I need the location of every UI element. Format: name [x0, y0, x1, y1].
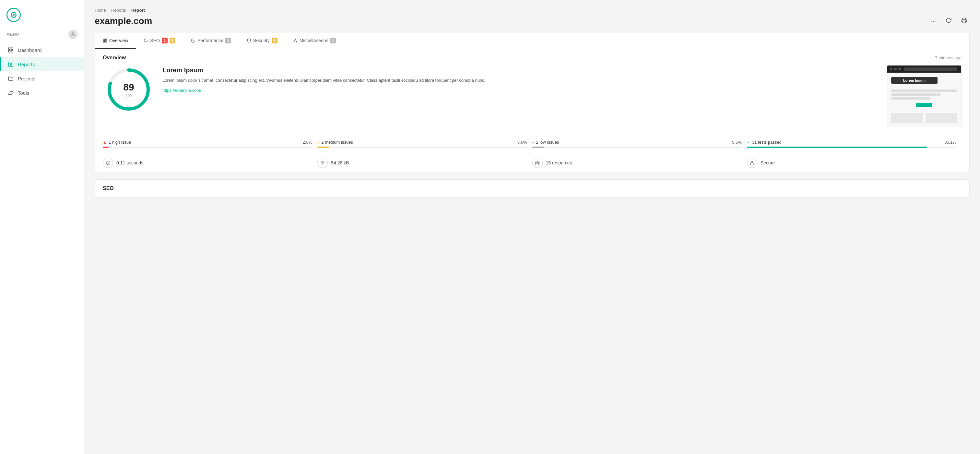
overview-timestamp: 7 minutes ago — [935, 56, 961, 60]
sidebar-item-reports[interactable]: Reports — [0, 57, 84, 71]
stat-low-bar-fill — [532, 147, 544, 148]
sidebar-item-label: Reports — [18, 62, 35, 67]
svg-point-17 — [293, 41, 294, 42]
svg-point-0 — [72, 33, 73, 34]
menu-label: MENU — [6, 32, 19, 37]
overview-body: 89 100 Lorem Ipsum Lorem ipsum dolor sit… — [95, 65, 969, 135]
stat-passed-bar-fill — [747, 147, 927, 148]
tab-seo[interactable]: SEO 1 1 — [136, 33, 183, 49]
seo-tab-icon — [143, 38, 148, 43]
sidebar-item-label: Dashboard — [18, 47, 41, 53]
performance-badge: 1 — [225, 38, 231, 43]
stat-high: ▲ 1 high issue 2.8% — [103, 140, 317, 148]
tab-performance[interactable]: Performance 1 — [183, 33, 239, 49]
svg-rect-13 — [105, 41, 107, 42]
stat-high-label: 1 high issue — [108, 140, 131, 145]
sidebar-item-tools[interactable]: Tools — [0, 86, 84, 100]
logo-icon — [6, 8, 21, 22]
print-button[interactable] — [959, 16, 970, 26]
grid-icon — [8, 47, 14, 53]
sidebar-logo — [0, 0, 84, 27]
check-icon: ✓ — [747, 140, 750, 145]
stat-low-pct: 5.6% — [732, 140, 742, 145]
triangle-icon: ▲ — [103, 140, 107, 145]
sidebar-item-label: Tools — [18, 90, 29, 96]
score-circle: 89 100 — [103, 65, 154, 114]
preview-site-title: Lorem Ipsum — [891, 77, 937, 84]
breadcrumb: Home › Reports › Report — [95, 8, 970, 13]
scales-icon — [317, 158, 328, 168]
metric-resources: 15 resources — [532, 158, 747, 168]
tab-seo-label: SEO — [150, 38, 160, 43]
svg-rect-3 — [8, 51, 10, 52]
svg-rect-4 — [11, 51, 13, 52]
breadcrumb-current: Report — [131, 8, 145, 13]
seo-card: SEO — [95, 179, 970, 198]
seo-section: SEO — [95, 180, 969, 197]
svg-point-28 — [535, 162, 536, 163]
svg-line-20 — [295, 40, 297, 41]
sidebar-item-label: Projects — [18, 76, 35, 81]
svg-point-18 — [296, 41, 297, 42]
header-actions: ··· — [929, 16, 970, 26]
seo-title: SEO — [103, 185, 114, 191]
svg-rect-12 — [103, 41, 105, 42]
tab-security[interactable]: Security 1 — [239, 33, 285, 49]
breadcrumb-sep: › — [128, 8, 129, 13]
sidebar-menu-header: MENU — [0, 27, 84, 43]
stat-medium: ■ 2 medium issues 5.6% — [317, 140, 532, 148]
svg-rect-30 — [751, 162, 753, 165]
folder-icon — [8, 75, 14, 82]
sidebar-item-dashboard[interactable]: Dashboard — [0, 43, 84, 57]
metric-time-label: 0.11 seconds — [116, 160, 143, 166]
metric-secure: Secure — [747, 158, 961, 168]
preview-thumbnail: Lorem Ipsum — [887, 65, 961, 127]
svg-rect-1 — [8, 48, 10, 49]
page-title: example.com — [95, 16, 152, 26]
stat-passed-label: 31 tests passed — [752, 140, 781, 145]
stat-low-bar — [532, 147, 742, 148]
breadcrumb-home[interactable]: Home — [95, 8, 106, 13]
metrics-row: 0.11 seconds 54.26 kB 15 resources — [95, 153, 969, 172]
breadcrumb-reports[interactable]: Reports — [111, 8, 126, 13]
square-icon: ■ — [317, 140, 319, 144]
tab-performance-label: Performance — [197, 38, 223, 43]
security-tab-icon — [247, 38, 251, 43]
score-info-title: Lorem Ipsum — [162, 67, 879, 74]
stat-high-bar — [103, 147, 312, 148]
tab-miscellaneous[interactable]: Miscellaneous 1 — [285, 33, 344, 49]
stat-passed-bar — [747, 147, 956, 148]
svg-point-14 — [144, 39, 147, 42]
stats-row: ▲ 1 high issue 2.8% ■ 2 medium issue — [95, 135, 969, 153]
score-info-link[interactable]: https://example.com/ — [162, 88, 201, 93]
svg-rect-9 — [963, 21, 966, 23]
refresh-button[interactable] — [943, 16, 954, 26]
timer-icon — [103, 158, 113, 168]
tab-miscellaneous-label: Miscellaneous — [299, 38, 328, 43]
tab-overview[interactable]: Overview — [95, 33, 136, 49]
stat-passed-pct: 86.1% — [944, 140, 956, 145]
metric-secure-label: Secure — [760, 160, 775, 166]
svg-point-29 — [538, 162, 539, 163]
miscellaneous-tab-icon — [293, 38, 298, 43]
seo-badge-red: 1 — [162, 38, 168, 43]
stat-high-bar-fill — [103, 147, 108, 148]
svg-rect-2 — [11, 48, 13, 49]
file-icon — [8, 61, 14, 67]
sidebar-item-projects[interactable]: Projects — [0, 71, 84, 86]
misc-badge: 1 — [330, 38, 336, 43]
stat-low-label: 2 low issues — [536, 140, 559, 145]
page-header: example.com ··· — [95, 16, 970, 26]
stat-medium-bar-fill — [317, 147, 329, 148]
breadcrumb-sep: › — [108, 8, 109, 13]
score-value: 89 — [123, 82, 134, 92]
main-card: Overview SEO 1 1 Performance 1 Security … — [95, 33, 970, 173]
sidebar: MENU Dashboard Reports Projects Tools — [0, 0, 84, 454]
overview-tab-icon — [103, 38, 107, 43]
avatar[interactable] — [68, 30, 78, 39]
main-content: Home › Reports › Report example.com ··· — [84, 0, 980, 454]
more-options-button[interactable]: ··· — [929, 16, 939, 26]
tab-security-label: Security — [253, 38, 270, 43]
score-info-desc: Lorem ipsum dolor sit amet, consectetur … — [162, 77, 879, 84]
tab-overview-label: Overview — [109, 38, 128, 43]
